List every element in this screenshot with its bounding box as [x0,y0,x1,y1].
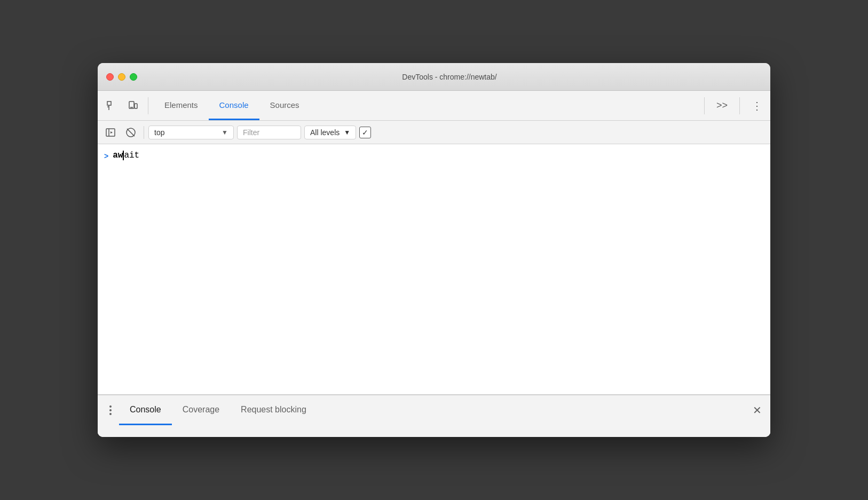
main-tabs: Elements Console Sources [154,91,310,120]
svg-marker-6 [111,131,113,134]
devtools-window: DevTools - chrome://newtab/ [98,63,770,437]
minimize-button[interactable] [118,73,125,81]
drawer-tab-console[interactable]: Console [119,395,172,425]
clear-icon [125,127,136,138]
settings-checkbox[interactable]: ✓ [359,127,371,138]
title-bar: DevTools - chrome://newtab/ [98,63,770,91]
device-toolbar-button[interactable] [123,96,143,115]
filter-input[interactable]: Filter [237,126,301,139]
toolbar-divider-2 [704,97,705,114]
devtools-menu-button[interactable]: ⋮ [747,97,766,114]
expand-chevron[interactable]: > [104,152,108,160]
drawer-tab-request-blocking[interactable]: Request blocking [230,395,317,425]
context-selector[interactable]: top ▼ [148,126,234,139]
devtools-panel: Elements Console Sources >> ⋮ [98,91,770,437]
console-entry-1: > await [98,149,770,166]
code-normal-part: ait [124,151,139,160]
sidebar-icon [105,127,116,138]
drawer-menu-button[interactable] [102,402,119,419]
bottom-drawer: Console Coverage Request blocking ✕ [98,394,770,437]
maximize-button[interactable] [130,73,137,81]
inspect-icon [106,100,117,111]
main-toolbar: Elements Console Sources >> ⋮ [98,91,770,121]
tab-elements[interactable]: Elements [154,91,209,120]
drawer-tab-coverage[interactable]: Coverage [172,395,230,425]
close-button[interactable] [106,73,114,81]
svg-line-8 [127,129,135,136]
inspect-element-button[interactable] [102,96,121,115]
toolbar-divider-3 [739,97,740,114]
svg-rect-0 [107,101,111,105]
drawer-tab-bar: Console Coverage Request blocking ✕ [98,395,770,425]
console-divider-1 [144,126,144,139]
traffic-lights [106,73,137,81]
toolbar-more: >> ⋮ [701,97,766,114]
window-title: DevTools - chrome://newtab/ [137,73,762,81]
console-code-text: await [113,151,139,160]
context-dropdown-arrow: ▼ [222,129,228,136]
clear-console-button[interactable] [122,124,139,141]
more-tabs-button[interactable]: >> [712,98,732,113]
device-icon [128,100,138,111]
tab-sources[interactable]: Sources [259,91,310,120]
checkmark-icon: ✓ [362,128,368,137]
vertical-dots-icon [109,405,112,415]
svg-rect-2 [135,104,137,108]
console-output[interactable]: > await [98,144,770,394]
toolbar-divider-1 [148,97,148,114]
tab-console[interactable]: Console [209,91,259,120]
console-toolbar: top ▼ Filter All levels ▼ ✓ [98,121,770,144]
drawer-close-button[interactable]: ✕ [748,402,766,419]
show-sidebar-button[interactable] [102,124,119,141]
log-levels-selector[interactable]: All levels ▼ [304,126,356,139]
levels-dropdown-arrow: ▼ [344,129,350,136]
code-bold-part: aw [113,151,124,160]
